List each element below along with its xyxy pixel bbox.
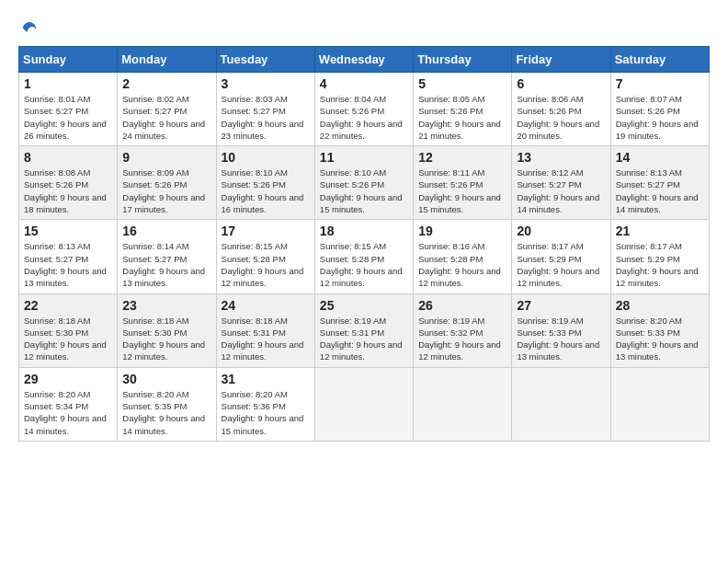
calendar-week-row: 1Sunrise: 8:01 AM Sunset: 5:27 PM Daylig… bbox=[19, 73, 710, 146]
calendar-day-cell: 31Sunrise: 8:20 AM Sunset: 5:36 PM Dayli… bbox=[216, 367, 314, 441]
day-info: Sunrise: 8:13 AM Sunset: 5:27 PM Dayligh… bbox=[24, 240, 112, 289]
day-number: 19 bbox=[418, 224, 506, 238]
calendar-day-cell: 13Sunrise: 8:12 AM Sunset: 5:27 PM Dayli… bbox=[512, 146, 610, 220]
day-info: Sunrise: 8:18 AM Sunset: 5:31 PM Dayligh… bbox=[222, 315, 310, 363]
weekday-header: Sunday bbox=[19, 47, 118, 73]
calendar-week-row: 8Sunrise: 8:08 AM Sunset: 5:26 PM Daylig… bbox=[19, 146, 710, 220]
calendar-day-cell bbox=[512, 367, 610, 441]
day-number: 10 bbox=[222, 150, 310, 165]
day-info: Sunrise: 8:11 AM Sunset: 5:26 PM Dayligh… bbox=[418, 167, 506, 215]
day-number: 15 bbox=[24, 224, 112, 238]
day-info: Sunrise: 8:04 AM Sunset: 5:26 PM Dayligh… bbox=[320, 93, 408, 142]
page-header bbox=[18, 18, 710, 37]
calendar-day-cell: 12Sunrise: 8:11 AM Sunset: 5:26 PM Dayli… bbox=[414, 146, 512, 220]
calendar-day-cell: 11Sunrise: 8:10 AM Sunset: 5:26 PM Dayli… bbox=[314, 146, 413, 220]
day-info: Sunrise: 8:05 AM Sunset: 5:26 PM Dayligh… bbox=[418, 93, 506, 142]
day-number: 23 bbox=[122, 298, 210, 313]
calendar-week-row: 15Sunrise: 8:13 AM Sunset: 5:27 PM Dayli… bbox=[19, 220, 710, 293]
day-info: Sunrise: 8:13 AM Sunset: 5:27 PM Dayligh… bbox=[616, 167, 704, 215]
day-number: 21 bbox=[616, 224, 704, 238]
day-info: Sunrise: 8:06 AM Sunset: 5:26 PM Dayligh… bbox=[517, 93, 605, 142]
day-number: 1 bbox=[24, 76, 112, 91]
weekday-header: Wednesday bbox=[314, 47, 413, 73]
weekday-header: Monday bbox=[118, 47, 216, 73]
day-info: Sunrise: 8:16 AM Sunset: 5:28 PM Dayligh… bbox=[418, 240, 506, 289]
day-number: 6 bbox=[517, 76, 605, 91]
day-info: Sunrise: 8:20 AM Sunset: 5:34 PM Dayligh… bbox=[24, 388, 112, 437]
calendar-day-cell: 20Sunrise: 8:17 AM Sunset: 5:29 PM Dayli… bbox=[512, 220, 610, 293]
day-number: 26 bbox=[418, 298, 506, 313]
logo-icon bbox=[20, 18, 39, 37]
calendar-day-cell: 1Sunrise: 8:01 AM Sunset: 5:27 PM Daylig… bbox=[19, 73, 118, 146]
calendar-day-cell: 16Sunrise: 8:14 AM Sunset: 5:27 PM Dayli… bbox=[118, 220, 216, 293]
day-info: Sunrise: 8:19 AM Sunset: 5:33 PM Dayligh… bbox=[517, 315, 605, 363]
day-number: 4 bbox=[320, 76, 408, 91]
day-number: 24 bbox=[222, 298, 310, 313]
calendar-day-cell: 3Sunrise: 8:03 AM Sunset: 5:27 PM Daylig… bbox=[216, 73, 314, 146]
weekday-header: Friday bbox=[512, 47, 610, 73]
calendar-day-cell: 21Sunrise: 8:17 AM Sunset: 5:29 PM Dayli… bbox=[610, 220, 709, 293]
calendar-day-cell: 17Sunrise: 8:15 AM Sunset: 5:28 PM Dayli… bbox=[216, 220, 314, 293]
day-info: Sunrise: 8:19 AM Sunset: 5:31 PM Dayligh… bbox=[320, 315, 408, 363]
weekday-header: Thursday bbox=[414, 47, 512, 73]
calendar-day-cell: 23Sunrise: 8:18 AM Sunset: 5:30 PM Dayli… bbox=[118, 293, 216, 367]
day-number: 20 bbox=[517, 224, 605, 238]
calendar-day-cell: 22Sunrise: 8:18 AM Sunset: 5:30 PM Dayli… bbox=[19, 293, 118, 367]
day-info: Sunrise: 8:08 AM Sunset: 5:26 PM Dayligh… bbox=[24, 167, 112, 215]
day-info: Sunrise: 8:20 AM Sunset: 5:33 PM Dayligh… bbox=[616, 315, 704, 363]
calendar-day-cell: 6Sunrise: 8:06 AM Sunset: 5:26 PM Daylig… bbox=[512, 73, 610, 146]
day-number: 27 bbox=[517, 298, 605, 313]
calendar-day-cell: 10Sunrise: 8:10 AM Sunset: 5:26 PM Dayli… bbox=[216, 146, 314, 220]
calendar-day-cell: 14Sunrise: 8:13 AM Sunset: 5:27 PM Dayli… bbox=[610, 146, 709, 220]
calendar-week-row: 29Sunrise: 8:20 AM Sunset: 5:34 PM Dayli… bbox=[19, 367, 710, 441]
day-info: Sunrise: 8:01 AM Sunset: 5:27 PM Dayligh… bbox=[24, 93, 112, 142]
calendar-table: SundayMondayTuesdayWednesdayThursdayFrid… bbox=[18, 46, 710, 442]
day-number: 17 bbox=[222, 224, 310, 238]
weekday-header-row: SundayMondayTuesdayWednesdayThursdayFrid… bbox=[19, 47, 710, 73]
calendar-day-cell: 26Sunrise: 8:19 AM Sunset: 5:32 PM Dayli… bbox=[414, 293, 512, 367]
calendar-day-cell: 18Sunrise: 8:15 AM Sunset: 5:28 PM Dayli… bbox=[314, 220, 413, 293]
calendar-day-cell: 19Sunrise: 8:16 AM Sunset: 5:28 PM Dayli… bbox=[414, 220, 512, 293]
day-number: 16 bbox=[122, 224, 210, 238]
day-info: Sunrise: 8:17 AM Sunset: 5:29 PM Dayligh… bbox=[517, 240, 605, 289]
day-number: 18 bbox=[320, 224, 408, 238]
day-number: 11 bbox=[320, 150, 408, 165]
calendar-day-cell: 8Sunrise: 8:08 AM Sunset: 5:26 PM Daylig… bbox=[19, 146, 118, 220]
calendar-week-row: 22Sunrise: 8:18 AM Sunset: 5:30 PM Dayli… bbox=[19, 293, 710, 367]
calendar-day-cell: 30Sunrise: 8:20 AM Sunset: 5:35 PM Dayli… bbox=[118, 367, 216, 441]
day-number: 13 bbox=[517, 150, 605, 165]
day-number: 28 bbox=[616, 298, 704, 313]
day-info: Sunrise: 8:18 AM Sunset: 5:30 PM Dayligh… bbox=[122, 315, 210, 363]
day-info: Sunrise: 8:14 AM Sunset: 5:27 PM Dayligh… bbox=[122, 240, 210, 289]
day-number: 14 bbox=[616, 150, 704, 165]
day-number: 25 bbox=[320, 298, 408, 313]
calendar-day-cell bbox=[610, 367, 709, 441]
calendar-day-cell: 29Sunrise: 8:20 AM Sunset: 5:34 PM Dayli… bbox=[19, 367, 118, 441]
calendar-day-cell: 5Sunrise: 8:05 AM Sunset: 5:26 PM Daylig… bbox=[414, 73, 512, 146]
day-number: 9 bbox=[122, 150, 210, 165]
calendar-day-cell: 2Sunrise: 8:02 AM Sunset: 5:27 PM Daylig… bbox=[118, 73, 216, 146]
day-info: Sunrise: 8:07 AM Sunset: 5:26 PM Dayligh… bbox=[616, 93, 704, 142]
day-info: Sunrise: 8:18 AM Sunset: 5:30 PM Dayligh… bbox=[24, 315, 112, 363]
day-number: 22 bbox=[24, 298, 112, 313]
day-info: Sunrise: 8:02 AM Sunset: 5:27 PM Dayligh… bbox=[122, 93, 210, 142]
day-info: Sunrise: 8:12 AM Sunset: 5:27 PM Dayligh… bbox=[517, 167, 605, 215]
day-info: Sunrise: 8:15 AM Sunset: 5:28 PM Dayligh… bbox=[222, 240, 310, 289]
day-info: Sunrise: 8:20 AM Sunset: 5:36 PM Dayligh… bbox=[222, 388, 310, 437]
calendar-day-cell: 9Sunrise: 8:09 AM Sunset: 5:26 PM Daylig… bbox=[118, 146, 216, 220]
day-info: Sunrise: 8:20 AM Sunset: 5:35 PM Dayligh… bbox=[122, 388, 210, 437]
day-number: 8 bbox=[24, 150, 112, 165]
calendar-day-cell: 24Sunrise: 8:18 AM Sunset: 5:31 PM Dayli… bbox=[216, 293, 314, 367]
calendar-day-cell bbox=[314, 367, 413, 441]
day-info: Sunrise: 8:10 AM Sunset: 5:26 PM Dayligh… bbox=[320, 167, 408, 215]
day-info: Sunrise: 8:09 AM Sunset: 5:26 PM Dayligh… bbox=[122, 167, 210, 215]
day-number: 31 bbox=[222, 372, 310, 386]
day-number: 12 bbox=[418, 150, 506, 165]
calendar-day-cell bbox=[414, 367, 512, 441]
calendar-day-cell: 15Sunrise: 8:13 AM Sunset: 5:27 PM Dayli… bbox=[19, 220, 118, 293]
day-info: Sunrise: 8:03 AM Sunset: 5:27 PM Dayligh… bbox=[222, 93, 310, 142]
day-info: Sunrise: 8:10 AM Sunset: 5:26 PM Dayligh… bbox=[222, 167, 310, 215]
weekday-header: Saturday bbox=[610, 47, 709, 73]
calendar-day-cell: 7Sunrise: 8:07 AM Sunset: 5:26 PM Daylig… bbox=[610, 73, 709, 146]
calendar-day-cell: 28Sunrise: 8:20 AM Sunset: 5:33 PM Dayli… bbox=[610, 293, 709, 367]
